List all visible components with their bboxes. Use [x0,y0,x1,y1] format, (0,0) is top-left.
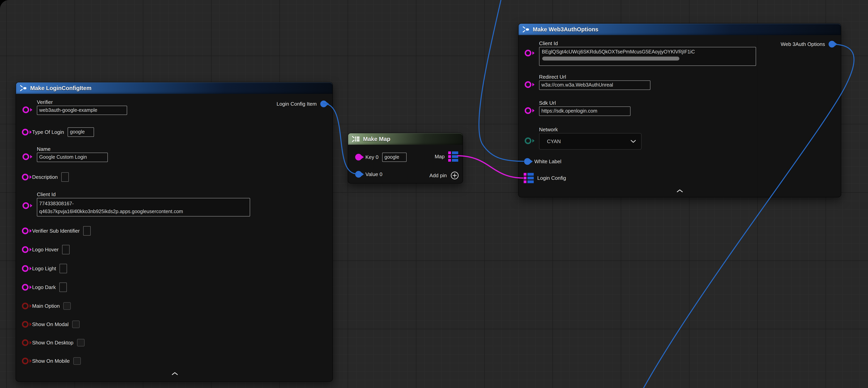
logo-hover-input[interactable] [62,245,69,254]
add-pin-button[interactable] [451,171,459,180]
pin-row-logo-light: Logo Light [22,264,67,273]
pin-label-value-0: Value 0 [365,171,382,177]
pin-row-logo-hover: Logo Hover [22,245,69,255]
logo-dark-input[interactable] [59,282,67,292]
input-pin-key-0[interactable] [355,154,362,160]
pin-label-client-id: Client Id [37,191,250,198]
client-id-scrollbar[interactable] [542,57,679,61]
pin-label-show-on-modal: Show On Modal [32,321,69,327]
name-input[interactable]: Google Custom Login [37,153,108,162]
output-pin-map[interactable] [448,151,458,162]
input-pin-show-on-desktop[interactable] [22,339,29,346]
pin-row-main-option: Main Option [22,301,71,311]
node-title: Make LoginConfigItem [30,85,91,91]
show-on-mobile-checkbox[interactable] [73,357,81,365]
blueprint-graph-canvas[interactable]: Make LoginConfigItem Login Config Item V… [0,0,868,388]
pin-row-show-on-desktop: Show On Desktop [22,338,85,348]
input-pin-verifier[interactable] [23,107,29,113]
pin-label-show-on-desktop: Show On Desktop [32,340,73,346]
pin-row-description: Description [22,172,69,182]
input-pin-description[interactable] [22,174,29,180]
input-pin-main-option[interactable] [22,303,29,309]
node-header-make-web3auth-options[interactable]: Make Web3AuthOptions [519,24,841,35]
pin-row-show-on-mobile: Show On Mobile [22,356,81,366]
input-pin-client-id[interactable] [23,202,29,209]
pin-label-main-option: Main Option [32,303,60,309]
pin-row-network: Network CYAN [524,126,642,150]
network-dropdown[interactable]: CYAN [539,133,642,150]
verifier-input[interactable]: web3auth-google-example [37,106,127,115]
pin-label-redirect-url: Redirect Url [539,74,650,80]
input-pin-logo-light[interactable] [22,265,29,272]
client-id-line1: 774338308167- [39,200,248,207]
client-id-input[interactable]: BEglQSgt4cUWcj6SKRdu5QkOXTsePmMcusG5EAoy… [539,47,756,66]
pin-row-type-of-login: Type Of Login google [22,127,94,137]
pin-label-verifier: Verifier [37,99,127,105]
input-pin-name[interactable] [23,153,29,160]
make-struct-icon [522,25,530,33]
collapse-node-button[interactable] [676,189,683,192]
pin-label-name: Name [37,146,108,152]
node-title: Make Web3AuthOptions [533,26,598,33]
node-header-make-map[interactable]: Make Map [348,133,463,145]
pin-row-verifier: Verifier web3auth-google-example [22,99,127,115]
redirect-url-input[interactable]: w3a://com.w3a.Web3AuthUnreal [539,81,650,90]
input-pin-network[interactable] [525,138,531,144]
pin-row-client-id: Client Id BEglQSgt4cUWcj6SKRdu5QkOXTsePm… [524,40,756,66]
pin-row-map: Map [435,152,458,161]
chevron-down-icon [630,140,636,143]
pin-row-key-0: Key 0 google [355,152,407,162]
input-pin-redirect-url[interactable] [525,81,531,88]
pin-label-description: Description [32,174,58,180]
input-pin-client-id[interactable] [525,50,531,56]
input-pin-type-of-login[interactable] [22,129,29,136]
logo-light-input[interactable] [60,264,67,273]
make-map-icon [352,135,360,143]
pin-label-web-3auth-options: Web 3Auth Options [781,41,825,47]
pin-label-logo-dark: Logo Dark [32,284,56,290]
key-0-input[interactable]: google [382,153,407,162]
input-pin-logo-hover[interactable] [22,246,29,253]
type-of-login-input[interactable]: google [68,127,94,137]
node-make-web3auth-options[interactable]: Make Web3AuthOptions Web 3Auth Options C… [518,23,841,197]
input-pin-show-on-mobile[interactable] [22,358,29,364]
network-dropdown-value: CYAN [547,139,561,145]
pin-row-web-3auth-options: Web 3Auth Options [781,39,835,49]
node-header-make-login-config-item[interactable]: Make LoginConfigItem [16,82,333,94]
output-pin-web-3auth-options[interactable] [829,41,835,48]
node-make-login-config-item[interactable]: Make LoginConfigItem Login Config Item V… [16,82,333,382]
collapse-node-button[interactable] [171,372,178,376]
input-pin-login-config[interactable] [524,173,534,183]
pin-row-login-config: Login Config [524,173,566,183]
pin-label-type-of-login: Type Of Login [32,129,64,135]
client-id-line2: q463s7kpvja16l4l0kko3nb925ikds2p.apps.go… [39,207,248,215]
input-pin-sdk-url[interactable] [525,107,531,114]
pin-label-sdk-url: Sdk Url [539,100,630,106]
pin-label-show-on-mobile: Show On Mobile [32,358,70,364]
pin-label-login-config-item: Login Config Item [277,101,317,107]
input-pin-verifier-sub-identifier[interactable] [22,228,29,234]
input-pin-show-on-modal[interactable] [22,321,29,328]
verifier-sub-identifier-input[interactable] [83,226,91,236]
wire-offscreen-to-white-label[interactable] [479,0,524,161]
pin-label-map: Map [435,154,445,160]
pin-row-value-0: Value 0 [355,169,382,179]
add-pin-row: Add pin [430,171,459,180]
pin-row-verifier-sub-identifier: Verifier Sub Identifier [22,226,91,236]
wire-map-to-login-config[interactable] [457,156,523,178]
pin-label-verifier-sub-identifier: Verifier Sub Identifier [32,228,80,234]
pin-label-network: Network [539,126,642,133]
input-pin-logo-dark[interactable] [22,284,29,291]
show-on-desktop-checkbox[interactable] [77,339,85,347]
description-input[interactable] [61,172,69,182]
node-title: Make Map [363,136,391,142]
node-make-map[interactable]: Make Map Key 0 google Value 0 Map Add pi… [348,133,463,184]
pin-row-white-label: White Label [524,156,561,167]
show-on-modal-checkbox[interactable] [72,321,80,328]
main-option-checkbox[interactable] [63,302,71,310]
client-id-input[interactable]: 774338308167- q463s7kpvja16l4l0kko3nb925… [37,198,250,216]
input-pin-white-label[interactable] [524,158,531,165]
sdk-url-input[interactable]: https://sdk.openlogin.com [539,107,630,116]
pin-row-name: Name Google Custom Login [22,146,108,162]
pin-row-login-config-item: Login Config Item [277,99,327,109]
